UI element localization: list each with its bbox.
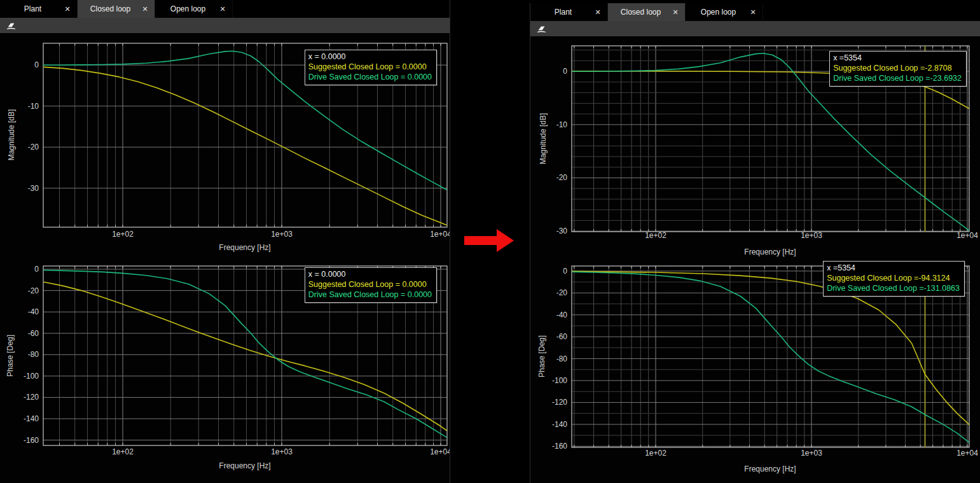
svg-text:-30: -30 [556, 227, 568, 235]
svg-text:1e+03: 1e+03 [801, 231, 822, 240]
readout-suggested: Suggested Closed Loop = 0.0000 [308, 62, 432, 72]
svg-text:-30: -30 [28, 184, 39, 193]
bode-plot-after[interactable]: 1e+021e+031e+040-10-20-301e+021e+031e+04… [530, 36, 980, 483]
y-axis-title-phase: Phase [Deg] [6, 335, 15, 377]
tab-label: Closed loop [78, 4, 135, 13]
svg-text:1e+03: 1e+03 [271, 447, 293, 456]
close-icon[interactable]: ✕ [743, 8, 763, 17]
x-axis-title: Frequency [Hz] [219, 243, 270, 252]
close-icon[interactable]: ✕ [58, 5, 77, 13]
svg-text:-80: -80 [556, 354, 568, 363]
readout-drive-saved: Drive Saved Closed Loop = 0.0000 [308, 290, 432, 300]
panel-before: Plant ✕ Closed loop ✕ Open loop ✕ 1e+021… [0, 0, 450, 483]
svg-text:-140: -140 [552, 420, 567, 429]
tab-label: Closed loop [608, 8, 666, 17]
y-axis-title-magnitude: Magnitude [dB] [7, 109, 16, 161]
svg-text:-20: -20 [28, 286, 39, 295]
tab-closed-loop[interactable]: Closed loop ✕ [78, 0, 155, 18]
readout-drive-saved: Drive Saved Closed Loop = 0.0000 [308, 72, 432, 82]
readout-drive-saved: Drive Saved Closed Loop =-131.0863 [827, 283, 960, 293]
cursor-readout: x = 0.0000 Suggested Closed Loop = 0.000… [305, 267, 437, 303]
svg-text:0: 0 [563, 267, 567, 276]
curve-suggested-closed-loop [44, 282, 446, 430]
svg-text:-60: -60 [28, 329, 39, 338]
cursor-readout: x =5354 Suggested Closed Loop =-2.8708 D… [829, 51, 967, 87]
bode-plot-before[interactable]: 1e+021e+031e+040-10-20-301e+021e+031e+04… [0, 33, 450, 483]
readout-suggested: Suggested Closed Loop =-2.8708 [833, 63, 962, 73]
axis-tick-labels: 1e+021e+031e+040-10-20-30 [28, 60, 450, 239]
chart-area: 1e+021e+031e+040-10-20-301e+021e+031e+04… [530, 36, 980, 483]
y-axis-title-phase: Phase [Deg] [537, 335, 546, 377]
tab-open-loop[interactable]: Open loop ✕ [686, 3, 763, 21]
cursor-readout: x = 0.0000 Suggested Closed Loop = 0.000… [305, 50, 437, 85]
svg-text:1e+03: 1e+03 [271, 230, 293, 239]
close-icon[interactable]: ✕ [135, 5, 155, 13]
svg-text:1e+03: 1e+03 [801, 449, 822, 458]
tab-open-loop[interactable]: Open loop ✕ [155, 0, 233, 18]
svg-text:-100: -100 [24, 372, 39, 381]
close-icon[interactable]: ✕ [213, 5, 232, 13]
svg-text:-140: -140 [24, 414, 39, 423]
readout-x: x =5354 [827, 263, 960, 273]
toolbar [0, 18, 450, 34]
tab-label: Plant [530, 8, 588, 17]
tab-bar: Plant ✕ Closed loop ✕ Open loop ✕ [530, 3, 980, 21]
svg-text:1e+04: 1e+04 [430, 447, 450, 456]
svg-text:-10: -10 [556, 120, 568, 129]
svg-text:-60: -60 [556, 332, 568, 341]
svg-text:0: 0 [34, 60, 39, 69]
tab-label: Open loop [686, 8, 743, 17]
svg-text:1e+04: 1e+04 [956, 449, 978, 458]
tab-plant[interactable]: Plant ✕ [530, 3, 608, 21]
svg-text:-100: -100 [552, 376, 567, 385]
svg-text:1e+02: 1e+02 [645, 231, 666, 240]
toolbar [530, 21, 980, 37]
eraser-button[interactable] [533, 22, 549, 36]
tab-plant[interactable]: Plant ✕ [0, 0, 78, 18]
cursor-readout: x =5354 Suggested Closed Loop =-94.3124 … [823, 261, 965, 297]
svg-text:-160: -160 [552, 442, 567, 451]
svg-text:-160: -160 [24, 436, 39, 445]
svg-text:1e+02: 1e+02 [645, 449, 666, 458]
eraser-icon [6, 21, 17, 31]
svg-text:-120: -120 [24, 393, 39, 402]
tab-closed-loop[interactable]: Closed loop ✕ [608, 3, 686, 21]
readout-x: x = 0.0000 [308, 269, 432, 279]
svg-text:1e+02: 1e+02 [112, 230, 134, 239]
eraser-button[interactable] [3, 18, 19, 32]
tab-bar: Plant ✕ Closed loop ✕ Open loop ✕ [0, 0, 450, 18]
svg-text:0: 0 [563, 67, 567, 76]
tab-label: Open loop [155, 4, 213, 13]
close-icon[interactable]: ✕ [588, 8, 607, 17]
readout-suggested: Suggested Closed Loop =-94.3124 [827, 273, 960, 283]
readout-drive-saved: Drive Saved Closed Loop =-23.6932 [833, 73, 962, 83]
panel-after: Plant ✕ Closed loop ✕ Open loop ✕ 1e+021… [530, 3, 980, 483]
x-axis-title: Frequency [Hz] [219, 461, 270, 470]
readout-x: x = 0.0000 [308, 52, 432, 62]
svg-text:-80: -80 [28, 350, 39, 359]
svg-text:1e+02: 1e+02 [112, 447, 134, 456]
readout-suggested: Suggested Closed Loop = 0.0000 [308, 279, 432, 290]
readout-x: x =5354 [833, 53, 962, 63]
svg-text:-10: -10 [28, 102, 39, 111]
x-axis-title: Frequency [Hz] [744, 465, 796, 473]
svg-text:1e+04: 1e+04 [956, 231, 978, 240]
tab-label: Plant [0, 4, 58, 13]
curve-suggested-closed-loop [44, 67, 446, 225]
svg-text:-40: -40 [28, 307, 39, 316]
svg-text:-20: -20 [28, 143, 39, 151]
svg-text:-20: -20 [556, 173, 568, 182]
close-icon[interactable]: ✕ [666, 8, 685, 17]
transition-arrow [459, 224, 520, 257]
eraser-icon [536, 24, 547, 34]
svg-text:0: 0 [34, 265, 39, 274]
svg-text:1e+04: 1e+04 [430, 230, 450, 239]
svg-text:-120: -120 [552, 398, 567, 407]
x-axis-title: Frequency [Hz] [744, 248, 796, 256]
svg-text:-20: -20 [556, 288, 568, 297]
y-axis-title-magnitude: Magnitude [dB] [539, 113, 548, 165]
svg-text:-40: -40 [556, 311, 568, 319]
chart-area: 1e+021e+031e+040-10-20-301e+021e+031e+04… [0, 33, 450, 483]
